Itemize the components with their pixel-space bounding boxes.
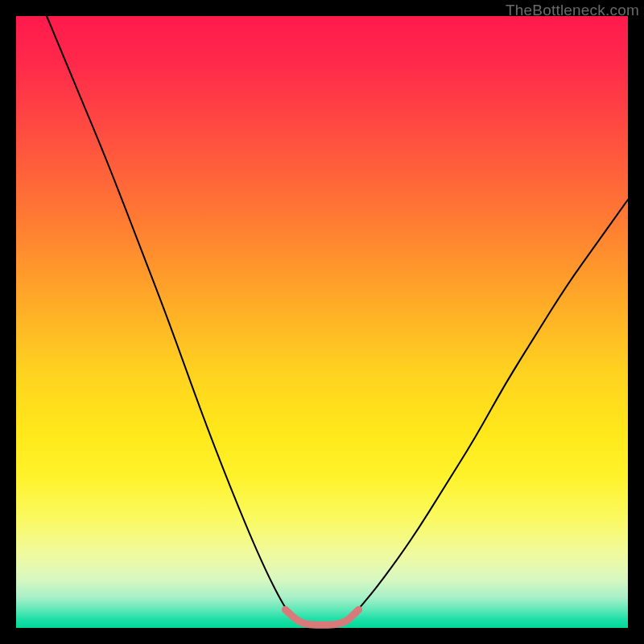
series-left-curve [47,16,298,621]
series-right-curve [346,200,628,621]
chart-container: TheBottleneck.com [0,0,644,644]
plot-area [16,16,628,628]
chart-svg [16,16,628,628]
series-valley-floor [285,609,358,625]
watermark-text: TheBottleneck.com [506,2,639,19]
